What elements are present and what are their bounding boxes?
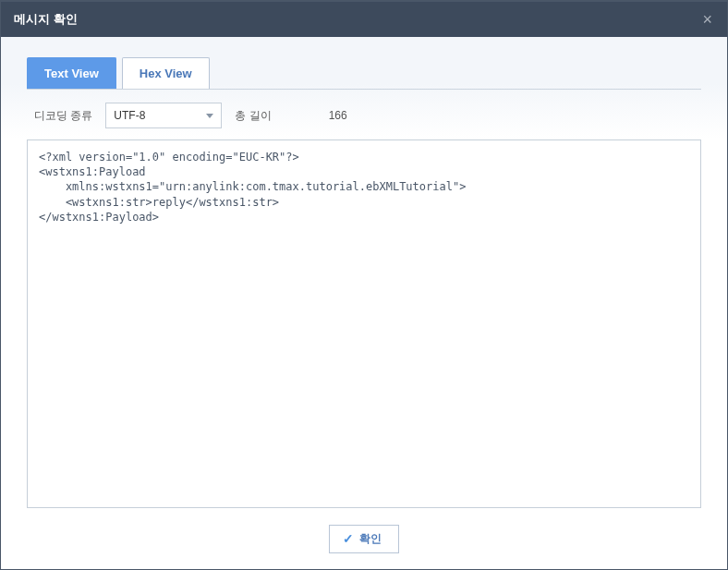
total-length-label: 총 길이 — [235, 108, 271, 124]
decoding-type-select[interactable]: UTF-8 — [105, 103, 222, 128]
ok-button-label: 확인 — [359, 531, 382, 547]
tab-label: Hex View — [140, 67, 192, 80]
dialog-title: 메시지 확인 — [14, 11, 78, 28]
decoding-type-label: 디코딩 종류 — [34, 108, 92, 124]
tab-bar: Text View Hex View — [27, 57, 701, 89]
dialog-body: Text View Hex View 디코딩 종류 UTF-8 총 길이 166… — [1, 37, 727, 508]
dialog-header: 메시지 확인 × — [1, 2, 727, 37]
tab-text-view[interactable]: Text View — [27, 57, 116, 89]
message-view-dialog: 메시지 확인 × Text View Hex View 디코딩 종류 UTF-8… — [0, 0, 728, 570]
controls-row: 디코딩 종류 UTF-8 총 길이 166 — [27, 103, 701, 128]
tab-label: Text View — [44, 67, 99, 80]
check-icon: ✓ — [343, 531, 354, 546]
tab-separator — [27, 89, 701, 90]
tab-hex-view[interactable]: Hex View — [122, 57, 210, 89]
ok-button[interactable]: ✓ 확인 — [329, 525, 399, 553]
dialog-footer: ✓ 확인 — [1, 508, 727, 569]
total-length-value: 166 — [285, 109, 347, 122]
decoding-type-value: UTF-8 — [114, 109, 145, 122]
message-content[interactable]: <?xml version="1.0" encoding="EUC-KR"?> … — [27, 139, 701, 508]
close-button[interactable]: × — [697, 9, 718, 30]
close-icon: × — [702, 10, 712, 29]
chevron-down-icon — [206, 114, 213, 118]
